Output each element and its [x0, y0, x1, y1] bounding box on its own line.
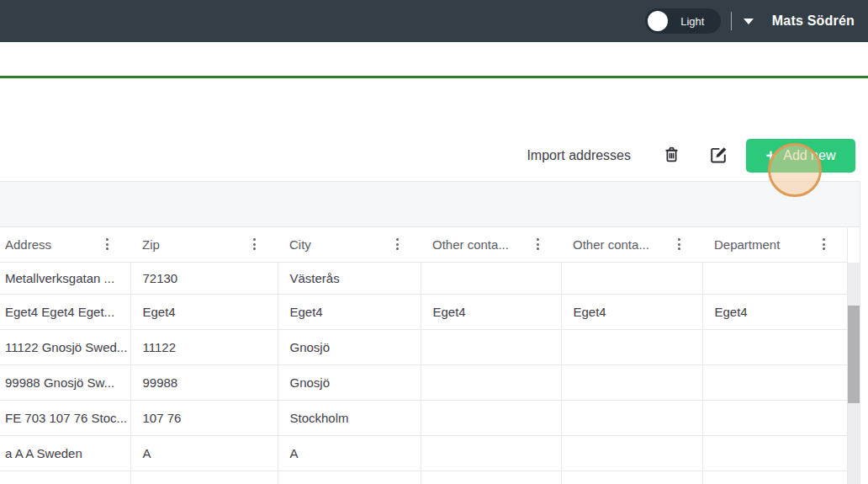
table-cell[interactable]: [702, 364, 847, 400]
app-screen: Light Mats Södrén Import addresses: [0, 0, 868, 484]
column-label: Zip: [142, 237, 160, 252]
table-row[interactable]: Metallverksgatan ...72130Västerås: [0, 262, 847, 294]
table-cell[interactable]: [421, 435, 561, 471]
theme-toggle[interactable]: Light: [645, 8, 721, 34]
table-cell[interactable]: a A A Sweden: [0, 435, 130, 471]
edit-icon: [709, 146, 728, 167]
toolbar: Import addresses + Add new: [0, 135, 868, 177]
table-cell[interactable]: [561, 435, 702, 471]
table-cell[interactable]: Gnosjö: [278, 329, 421, 364]
theme-toggle-knob[interactable]: [648, 11, 668, 31]
table-row[interactable]: a A A SwedenAA: [0, 471, 847, 484]
table-cell[interactable]: 107 76: [130, 400, 278, 435]
topbar-divider: [731, 12, 732, 30]
table-header-row: Address Zip City: [0, 227, 847, 262]
kebab-menu-icon[interactable]: [251, 237, 257, 252]
table-cell[interactable]: 99988 Gnosjö Sw...: [0, 364, 130, 400]
top-bar: Light Mats Södrén: [0, 0, 868, 42]
table-cell[interactable]: [561, 400, 702, 435]
table-cell[interactable]: Eget4 Eget4 Eget...: [0, 294, 130, 329]
table-cell[interactable]: a A A Sweden: [0, 471, 130, 484]
column-header-department[interactable]: Department: [702, 227, 847, 262]
trash-icon: [663, 146, 680, 166]
table-cell[interactable]: A: [130, 435, 278, 471]
column-label: Other conta...: [573, 237, 649, 252]
table-row[interactable]: 99988 Gnosjö Sw...99988Gnosjö: [0, 364, 847, 400]
user-name[interactable]: Mats Södrén: [772, 13, 855, 29]
table-cell[interactable]: [421, 262, 561, 294]
table-cell[interactable]: [561, 364, 702, 400]
column-label: Address: [5, 237, 51, 252]
table-cell[interactable]: Eget4: [561, 294, 702, 329]
edit-button[interactable]: [709, 146, 728, 167]
scrollbar-thumb[interactable]: [848, 306, 860, 403]
table-cell[interactable]: [561, 329, 702, 364]
table-body: Metallverksgatan ...72130VästeråsEget4 E…: [0, 262, 847, 484]
table-row[interactable]: a A A SwedenAA: [0, 435, 847, 471]
table-cell[interactable]: A: [278, 471, 421, 484]
kebab-menu-icon[interactable]: [821, 237, 827, 252]
table-cell[interactable]: [702, 471, 847, 484]
table-cell[interactable]: 72130: [130, 262, 278, 294]
table-cell[interactable]: Eget4: [421, 294, 561, 329]
kebab-menu-icon[interactable]: [104, 237, 110, 252]
table-cell[interactable]: [702, 262, 847, 294]
delete-button[interactable]: [663, 146, 680, 166]
column-header-zip[interactable]: Zip: [130, 227, 278, 262]
column-header-other-contact-2[interactable]: Other conta...: [561, 227, 702, 262]
table-cell[interactable]: [561, 262, 702, 294]
addresses-panel: Address Zip City: [0, 181, 860, 484]
table-cell[interactable]: Eget4: [130, 294, 278, 329]
column-label: Other conta...: [432, 237, 509, 252]
column-label: Department: [714, 237, 780, 252]
table-cell[interactable]: [421, 471, 561, 484]
table-filter-band: [0, 181, 860, 227]
table-cell[interactable]: Västerås: [278, 262, 421, 294]
column-header-other-contact-1[interactable]: Other conta...: [421, 227, 561, 262]
table-row[interactable]: FE 703 107 76 Stoc...107 76Stockholm: [0, 400, 847, 435]
table-cell[interactable]: A: [130, 471, 278, 484]
table-cell[interactable]: [702, 435, 847, 471]
table-row[interactable]: Eget4 Eget4 Eget...Eget4Eget4Eget4Eget4E…: [0, 294, 847, 329]
section-divider-rule: [0, 76, 868, 78]
table-cell[interactable]: [702, 400, 847, 435]
addresses-table: Address Zip City: [0, 227, 848, 484]
table-cell[interactable]: [421, 364, 561, 400]
table-cell[interactable]: Eget4: [278, 294, 421, 329]
vertical-scrollbar[interactable]: [848, 263, 860, 484]
theme-toggle-label: Light: [668, 15, 721, 28]
kebab-menu-icon[interactable]: [535, 237, 541, 252]
column-header-city[interactable]: City: [278, 227, 421, 262]
table-row[interactable]: 11122 Gnosjö Swed...11122Gnosjö: [0, 329, 847, 364]
add-new-label: Add new: [783, 148, 835, 163]
table-cell[interactable]: A: [278, 435, 421, 471]
column-header-address[interactable]: Address: [0, 227, 130, 262]
table-cell[interactable]: [702, 329, 847, 364]
table-cell[interactable]: FE 703 107 76 Stoc...: [0, 400, 130, 435]
table-cell[interactable]: [421, 400, 561, 435]
kebab-menu-icon[interactable]: [394, 237, 400, 252]
plus-icon: +: [766, 147, 776, 164]
table-cell[interactable]: [561, 471, 702, 484]
table-cell[interactable]: 11122: [130, 329, 278, 364]
table-cell[interactable]: Gnosjö: [278, 364, 421, 400]
column-label: City: [289, 237, 311, 252]
table-cell[interactable]: 11122 Gnosjö Swed...: [0, 329, 130, 364]
table-cell[interactable]: Stockholm: [278, 400, 421, 435]
chevron-down-icon[interactable]: [744, 19, 754, 24]
table-cell[interactable]: Eget4: [702, 294, 847, 329]
kebab-menu-icon[interactable]: [676, 237, 682, 252]
table-cell[interactable]: [421, 329, 561, 364]
scrollbar-gutter: [847, 228, 860, 484]
table-cell[interactable]: Metallverksgatan ...: [0, 262, 130, 294]
table-cell[interactable]: 99988: [130, 364, 278, 400]
add-new-button[interactable]: + Add new: [746, 139, 855, 173]
import-addresses-link[interactable]: Import addresses: [527, 148, 631, 163]
